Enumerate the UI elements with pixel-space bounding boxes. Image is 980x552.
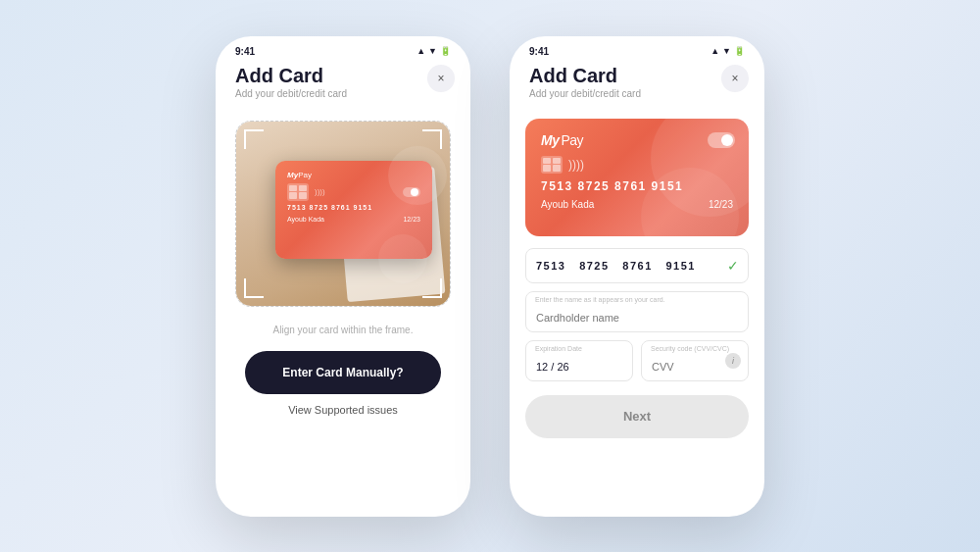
page-subtitle-left: Add your debit/credit card: [235, 88, 451, 99]
close-button-left[interactable]: ×: [427, 65, 455, 92]
chip-cell: [543, 165, 551, 171]
card-number-preview: 7513 8725 8761 9151: [287, 204, 420, 211]
cardholder-row: Enter the name as it appears on your car…: [525, 291, 749, 332]
phone-right: 9:41 ▲ ▼ 🔋 Add Card Add your debit/credi…: [510, 36, 764, 517]
form-area: ✓ Enter the name as it appears on your c…: [510, 248, 764, 381]
align-text: Align your card within the frame.: [216, 317, 470, 351]
expiry-label: Expiration Date: [535, 345, 582, 352]
cvv-label: Security code (CVV/CVC): [651, 345, 729, 352]
brand-my: My: [541, 132, 559, 148]
card-expiry-preview: 12/23: [403, 216, 420, 223]
card-toggle[interactable]: [708, 132, 735, 148]
phone-left: 9:41 ▲ ▼ 🔋 Add Card Add your debit/credi…: [216, 36, 470, 517]
expiry-row: Expiration Date: [525, 340, 633, 381]
scanner-area: MyPay )))) 7513 8725 8761 9151: [235, 121, 451, 307]
page-header-right: Add Card Add your debit/credit card ×: [510, 61, 764, 111]
check-icon: ✓: [727, 258, 739, 274]
chip-cell: [543, 158, 551, 164]
scan-corner-tr: [422, 129, 442, 149]
scan-corner-tl: [244, 129, 264, 149]
phones-container: 9:41 ▲ ▼ 🔋 Add Card Add your debit/credi…: [216, 36, 764, 517]
scan-corner-br: [422, 278, 442, 298]
status-icons-left: ▲ ▼ 🔋: [416, 46, 451, 56]
enter-manually-button[interactable]: Enter Card Manually?: [245, 351, 441, 394]
card-name-display: Ayoub Kada: [541, 199, 594, 210]
time-right: 9:41: [529, 46, 549, 57]
card-display: MyPay )))) 7513 8725 8761 9151 Ayoub Kad…: [525, 119, 749, 236]
battery-icon-r: 🔋: [734, 46, 745, 56]
close-button-right[interactable]: ×: [721, 65, 749, 92]
signal-icon: ▲: [416, 46, 425, 56]
supported-issues-button[interactable]: View Supported issues: [288, 404, 398, 416]
chip-icon: [541, 156, 563, 174]
next-button[interactable]: Next: [525, 395, 749, 438]
page-header-left: Add Card Add your debit/credit card ×: [216, 61, 470, 111]
page-title-left: Add Card: [235, 65, 451, 87]
page-title-right: Add Card: [529, 65, 745, 87]
cardholder-label: Enter the name as it appears on your car…: [535, 296, 665, 303]
brand-pay: Pay: [561, 132, 583, 148]
expiry-cvv-row: Expiration Date Security code (CVV/CVC) …: [525, 340, 749, 381]
nfc-icon: )))): [568, 158, 584, 172]
status-icons-right: ▲ ▼ 🔋: [710, 46, 745, 56]
status-bar-left: 9:41 ▲ ▼ 🔋: [216, 36, 470, 61]
card-preview-left: MyPay )))) 7513 8725 8761 9151: [275, 161, 432, 259]
chip-cell: [553, 158, 561, 164]
status-bar-right: 9:41 ▲ ▼ 🔋: [510, 36, 764, 61]
chip-cell: [553, 165, 561, 171]
wifi-icon-r: ▼: [722, 46, 731, 56]
card-name-preview: Ayoub Kada: [287, 216, 324, 223]
time-left: 9:41: [235, 46, 255, 57]
cvv-row: Security code (CVV/CVC) i: [641, 340, 749, 381]
card-number-input[interactable]: [525, 248, 749, 283]
signal-icon-r: ▲: [710, 46, 719, 56]
toggle-knob: [721, 134, 733, 146]
wifi-icon: ▼: [428, 46, 437, 56]
camera-view: MyPay )))) 7513 8725 8761 9151: [236, 122, 450, 306]
cvv-info-icon[interactable]: i: [725, 353, 741, 369]
battery-icon: 🔋: [440, 46, 451, 56]
card-number-row: ✓: [525, 248, 749, 283]
scan-corner-bl: [244, 278, 264, 298]
page-subtitle-right: Add your debit/credit card: [529, 88, 745, 99]
